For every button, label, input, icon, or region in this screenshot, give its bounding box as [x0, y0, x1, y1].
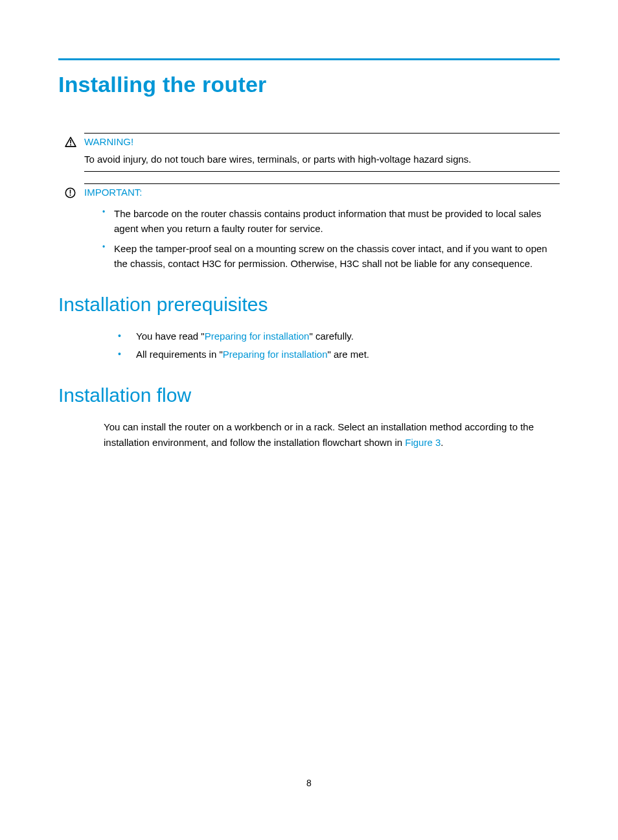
important-bullet-list: The barcode on the router chassis contai…: [98, 206, 560, 272]
svg-point-2: [70, 144, 71, 145]
section-heading-flow: Installation flow: [58, 384, 560, 406]
flow-paragraph: You can install the router on a workbenc…: [104, 419, 560, 450]
important-label: IMPORTANT:: [84, 187, 142, 198]
text-post: " carefully.: [309, 331, 353, 342]
warning-callout: WARNING! To avoid injury, do not touch b…: [84, 133, 560, 172]
text-pre: You have read ": [136, 331, 205, 342]
list-item: The barcode on the router chassis contai…: [98, 206, 560, 237]
document-page: Installing the router WARNING! To avoid …: [0, 0, 618, 450]
warning-text: To avoid injury, do not touch bare wires…: [84, 150, 560, 171]
section-heading-prerequisites: Installation prerequisites: [58, 294, 560, 316]
important-callout: IMPORTANT: The barcode on the router cha…: [84, 183, 560, 272]
text-post: " are met.: [327, 349, 369, 360]
warning-icon: [65, 137, 76, 147]
page-title: Installing the router: [58, 72, 560, 97]
page-number: 8: [0, 778, 618, 788]
important-icon: [65, 187, 76, 198]
top-rule: [58, 58, 560, 60]
warning-label: WARNING!: [84, 136, 133, 147]
link-preparing-installation[interactable]: Preparing for installation: [223, 349, 328, 360]
flow-text-pre: You can install the router on a workbenc…: [104, 421, 534, 448]
prereq-list: You have read "Preparing for installatio…: [109, 329, 560, 362]
link-preparing-installation[interactable]: Preparing for installation: [205, 331, 310, 342]
important-bullet-text: The barcode on the router chassis contai…: [114, 208, 542, 234]
list-item: Keep the tamper-proof seal on a mounting…: [98, 241, 560, 272]
svg-point-5: [69, 194, 71, 196]
text-pre: All requirements in ": [136, 349, 223, 360]
flow-text-post: .: [441, 437, 443, 448]
important-bullet-text: Keep the tamper-proof seal on a mounting…: [114, 243, 547, 269]
list-item: All requirements in "Preparing for insta…: [109, 347, 560, 362]
link-figure-3[interactable]: Figure 3: [405, 437, 441, 448]
list-item: You have read "Preparing for installatio…: [109, 329, 560, 344]
